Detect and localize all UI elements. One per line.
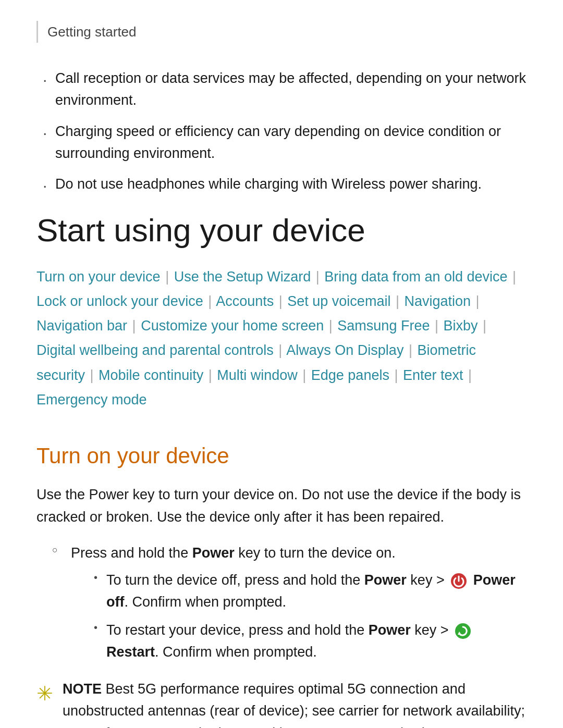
svg-point-1	[455, 623, 471, 639]
page-header: Getting started	[36, 21, 527, 43]
separator: |	[464, 367, 472, 383]
note-body: Best 5G performance requires optimal 5G …	[63, 681, 525, 728]
separator: |	[128, 318, 136, 334]
toc-link-continuity[interactable]: Mobile continuity	[99, 367, 203, 383]
page-header-title: Getting started	[47, 24, 137, 40]
section1-heading: Turn on your device	[36, 439, 527, 472]
list-item: Press and hold the Power key to turn the…	[52, 542, 527, 663]
note-text: NOTE Best 5G performance requires optima…	[63, 678, 527, 728]
separator: |	[509, 269, 517, 285]
separator: |	[405, 342, 412, 358]
toc-link-navigation[interactable]: Navigation	[404, 293, 471, 309]
toc-link-digital-wellbeing[interactable]: Digital wellbeing and parental controls	[36, 342, 274, 358]
toc-link-setup-wizard[interactable]: Use the Setup Wizard	[174, 269, 311, 285]
list-item: To restart your device, press and hold t…	[90, 620, 527, 663]
toc-link-edge-panels[interactable]: Edge panels	[311, 367, 389, 383]
toc-link-enter-text[interactable]: Enter text	[403, 367, 463, 383]
toc-link-multi-window[interactable]: Multi window	[217, 367, 298, 383]
bold-power: Power	[192, 545, 235, 561]
separator: |	[472, 293, 480, 309]
toc-link-bixby[interactable]: Bixby	[443, 318, 478, 334]
sub-bullet-list: To turn the device off, press and hold t…	[71, 570, 527, 663]
separator: |	[312, 269, 320, 285]
separator: |	[162, 269, 169, 285]
page: Getting started Call reception or data s…	[0, 0, 563, 728]
separator: |	[479, 318, 486, 334]
list-item: Call reception or data services may be a…	[36, 68, 527, 112]
note-label: NOTE	[63, 681, 102, 697]
list-item: Charging speed or efficiency can vary de…	[36, 121, 527, 165]
toc-link-samsung-free[interactable]: Samsung Free	[337, 318, 430, 334]
power-off-icon	[450, 572, 468, 590]
restart-label: Restart	[106, 644, 155, 660]
toc-link-always-on[interactable]: Always On Display	[286, 342, 403, 358]
intro-bullet-list: Call reception or data services may be a…	[36, 68, 527, 195]
restart-icon	[454, 622, 472, 640]
toc-link-lock-unlock[interactable]: Lock or unlock your device	[36, 293, 203, 309]
separator: |	[204, 293, 212, 309]
list-item: To turn the device off, press and hold t…	[90, 570, 527, 613]
toc-link-voicemail[interactable]: Set up voicemail	[287, 293, 390, 309]
note-box: ✳ NOTE Best 5G performance requires opti…	[36, 678, 527, 728]
separator: |	[86, 367, 94, 383]
separator: |	[275, 293, 283, 309]
separator: |	[390, 367, 398, 383]
separator: |	[275, 342, 283, 358]
bold-power-2: Power	[369, 622, 411, 638]
separator: |	[431, 318, 438, 334]
separator: |	[204, 367, 212, 383]
toc-link-emergency-mode[interactable]: Emergency mode	[36, 392, 147, 408]
separator: |	[391, 293, 399, 309]
toc-link-bring-data[interactable]: Bring data from an old device	[324, 269, 507, 285]
toc-link-accounts[interactable]: Accounts	[216, 293, 274, 309]
main-title: Start using your device	[36, 211, 527, 250]
separator: |	[299, 367, 307, 383]
section1-body: Use the Power key to turn your device on…	[36, 484, 527, 528]
note-sun-icon: ✳	[36, 679, 53, 709]
bold-power-1: Power	[364, 572, 407, 588]
list-item: Do not use headphones while charging wit…	[36, 174, 527, 195]
separator: |	[325, 318, 333, 334]
toc-link-nav-bar[interactable]: Navigation bar	[36, 318, 127, 334]
circle-bullet-list: Press and hold the Power key to turn the…	[36, 542, 527, 663]
toc-links: Turn on your device | Use the Setup Wiza…	[36, 265, 527, 413]
toc-link-turn-on[interactable]: Turn on your device	[36, 269, 161, 285]
toc-link-home-screen[interactable]: Customize your home screen	[141, 318, 324, 334]
